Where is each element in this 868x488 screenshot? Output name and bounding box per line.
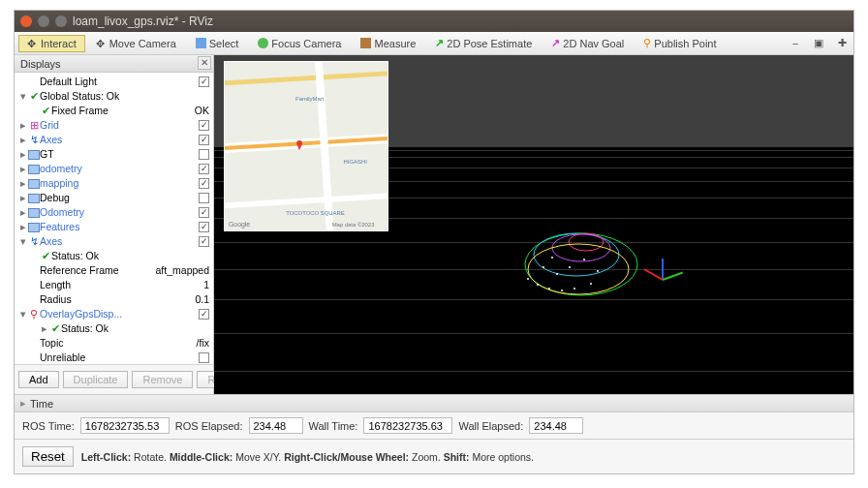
item-odometry[interactable]: ▸odometry✓ bbox=[18, 162, 209, 176]
folder-icon bbox=[28, 165, 40, 174]
main-body: Displays ✕ Default Light✓ ▾✔Global Statu… bbox=[15, 55, 853, 394]
item-status-ok[interactable]: ✔Status: Ok bbox=[18, 249, 209, 263]
time-status-row: ROS Time: ROS Elapsed: Wall Time: Wall E… bbox=[15, 412, 853, 439]
item-length[interactable]: Length1 bbox=[18, 278, 209, 292]
select-icon bbox=[196, 38, 206, 48]
checkbox[interactable] bbox=[199, 193, 209, 203]
item-debug[interactable]: ▸Debug bbox=[18, 191, 209, 205]
publish-point-button[interactable]: ⚲Publish Point bbox=[635, 34, 725, 52]
ok-icon: ✔ bbox=[28, 89, 40, 104]
3d-viewport[interactable]: FamilyMart HIGASHI TOCOTOCO SQUARE Googl… bbox=[214, 55, 853, 394]
ok-icon: ✔ bbox=[40, 249, 51, 263]
toolbar-stack-icon[interactable]: ▣ bbox=[811, 36, 826, 51]
add-button[interactable]: Add bbox=[18, 371, 59, 388]
toolbar: ✥Interact ✥Move Camera Select Focus Came… bbox=[15, 32, 853, 55]
item-global-status[interactable]: ▾✔Global Status: Ok bbox=[18, 89, 209, 104]
item-fixed-frame[interactable]: ✔Fixed FrameOK bbox=[18, 104, 209, 118]
minimize-icon[interactable] bbox=[38, 15, 49, 27]
svg-text:FamilyMart: FamilyMart bbox=[295, 96, 325, 102]
grid-icon: ⊞ bbox=[28, 118, 40, 133]
ruler-icon bbox=[360, 38, 371, 48]
item-topic[interactable]: Topic/fix bbox=[18, 336, 209, 351]
folder-icon bbox=[28, 179, 40, 189]
pin-icon: ⚲ bbox=[28, 307, 40, 321]
titlebar: loam_livox_gps.rviz* - RViz bbox=[15, 11, 853, 32]
folder-icon bbox=[28, 223, 40, 232]
svg-text:TOCOTOCO SQUARE: TOCOTOCO SQUARE bbox=[286, 210, 345, 216]
item-mapping[interactable]: ▸mapping✓ bbox=[18, 176, 209, 191]
arrow-pink-icon: ↗ bbox=[551, 37, 560, 49]
nav-goal-button[interactable]: ↗2D Nav Goal bbox=[542, 34, 633, 52]
item-features[interactable]: ▸Features✓ bbox=[18, 220, 209, 234]
item-ref-frame[interactable]: Reference Frameaft_mapped bbox=[18, 263, 209, 278]
ok-icon: ✔ bbox=[49, 321, 61, 336]
wall-time-field[interactable] bbox=[363, 417, 452, 434]
ok-icon: ✔ bbox=[40, 104, 51, 118]
checkbox[interactable]: ✓ bbox=[199, 120, 209, 131]
wall-elapsed-label: Wall Elapsed: bbox=[458, 420, 523, 432]
item-odometry2[interactable]: ▸Odometry✓ bbox=[18, 205, 209, 220]
panel-buttons: Add Duplicate Remove Rename bbox=[15, 364, 213, 394]
close-icon[interactable] bbox=[20, 15, 32, 27]
time-panel-header[interactable]: ▸Time bbox=[15, 394, 853, 412]
item-default-light[interactable]: Default Light✓ bbox=[18, 75, 209, 89]
focus-camera-button[interactable]: Focus Camera bbox=[249, 35, 350, 52]
item-status-ok2[interactable]: ▸✔Status: Ok bbox=[18, 321, 209, 336]
item-unreliable[interactable]: Unreliable bbox=[18, 351, 209, 364]
focus-icon bbox=[258, 38, 268, 48]
interact-button[interactable]: ✥Interact bbox=[18, 35, 85, 52]
item-axes2[interactable]: ▾↯Axes✓ bbox=[18, 234, 209, 249]
reset-button[interactable]: Reset bbox=[22, 446, 74, 467]
select-button[interactable]: Select bbox=[187, 35, 248, 52]
panel-close-icon[interactable]: ✕ bbox=[198, 56, 211, 70]
toolbar-plus-icon[interactable]: ✚ bbox=[834, 36, 850, 51]
z-axis-icon bbox=[662, 259, 664, 280]
wall-elapsed-field[interactable] bbox=[529, 417, 583, 434]
measure-button[interactable]: Measure bbox=[352, 35, 424, 52]
item-axes[interactable]: ▸↯Axes✓ bbox=[18, 133, 209, 147]
hint-text: Left-Click: Rotate. Middle-Click: Move X… bbox=[81, 451, 534, 463]
axes-icon: ↯ bbox=[28, 133, 40, 147]
item-radius[interactable]: Radius0.1 bbox=[18, 292, 209, 307]
wall-time-label: Wall Time: bbox=[309, 420, 358, 432]
checkbox[interactable]: ✓ bbox=[199, 207, 209, 218]
toolbar-minus-icon[interactable]: − bbox=[788, 36, 803, 51]
folder-icon bbox=[28, 194, 40, 203]
window-title: loam_livox_gps.rviz* - RViz bbox=[73, 15, 213, 28]
checkbox[interactable]: ✓ bbox=[199, 178, 209, 189]
axes-icon: ↯ bbox=[28, 234, 40, 249]
cursor-icon: ✥ bbox=[27, 38, 38, 48]
checkbox[interactable]: ✓ bbox=[199, 222, 209, 232]
checkbox[interactable]: ✓ bbox=[199, 135, 209, 145]
ros-time-field[interactable] bbox=[80, 417, 170, 434]
svg-text:HIGASHI: HIGASHI bbox=[344, 159, 368, 165]
checkbox[interactable] bbox=[199, 149, 209, 160]
hint-row: Reset Left-Click: Rotate. Middle-Click: … bbox=[15, 439, 853, 473]
app-window: loam_livox_gps.rviz* - RViz ✥Interact ✥M… bbox=[14, 10, 854, 474]
item-gt[interactable]: ▸GT bbox=[18, 147, 209, 162]
ros-elapsed-label: ROS Elapsed: bbox=[175, 420, 243, 432]
ros-time-label: ROS Time: bbox=[22, 420, 75, 432]
folder-icon bbox=[28, 208, 40, 218]
folder-icon bbox=[28, 150, 40, 160]
displays-tree[interactable]: Default Light✓ ▾✔Global Status: Ok ✔Fixe… bbox=[15, 73, 213, 364]
remove-button[interactable]: Remove bbox=[132, 371, 193, 388]
checkbox[interactable]: ✓ bbox=[199, 76, 209, 87]
svg-text:Google: Google bbox=[229, 221, 250, 229]
maximize-icon[interactable] bbox=[55, 15, 67, 27]
pose-estimate-button[interactable]: ↗2D Pose Estimate bbox=[426, 34, 541, 52]
checkbox[interactable]: ✓ bbox=[199, 164, 209, 174]
arrow-green-icon: ↗ bbox=[435, 37, 444, 49]
map-overlay: FamilyMart HIGASHI TOCOTOCO SQUARE Googl… bbox=[224, 61, 388, 231]
displays-header[interactable]: Displays ✕ bbox=[15, 55, 213, 73]
move-icon: ✥ bbox=[96, 38, 107, 48]
checkbox[interactable]: ✓ bbox=[199, 236, 209, 247]
ros-elapsed-field[interactable] bbox=[249, 417, 303, 434]
duplicate-button[interactable]: Duplicate bbox=[63, 371, 129, 388]
item-overlay-gps[interactable]: ▾⚲OverlayGpsDisp...✓ bbox=[18, 307, 209, 321]
checkbox[interactable] bbox=[199, 352, 209, 363]
move-camera-button[interactable]: ✥Move Camera bbox=[87, 35, 185, 52]
item-grid[interactable]: ▸⊞Grid✓ bbox=[18, 118, 209, 133]
checkbox[interactable]: ✓ bbox=[199, 309, 209, 320]
svg-text:Map data ©2023: Map data ©2023 bbox=[332, 222, 375, 228]
